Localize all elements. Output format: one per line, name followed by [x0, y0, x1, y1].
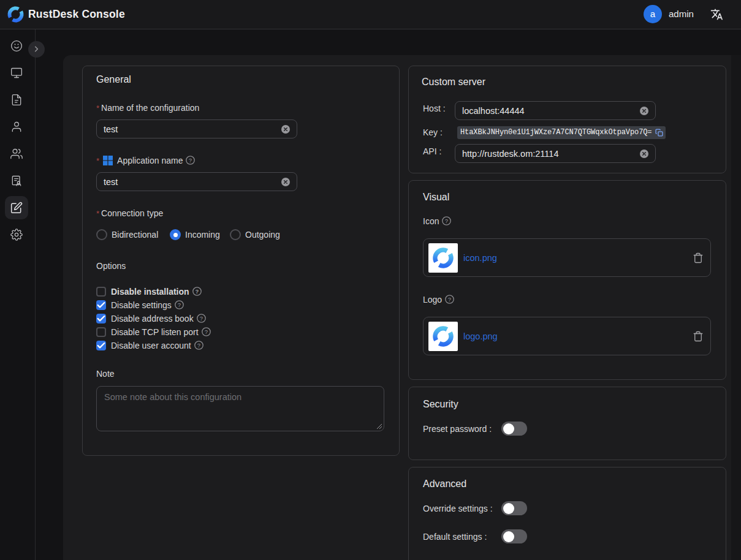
svg-text:?: ? — [178, 301, 181, 308]
svg-text:?: ? — [197, 342, 200, 349]
svg-text:?: ? — [195, 288, 199, 295]
svg-text:?: ? — [205, 328, 208, 335]
svg-text:?: ? — [189, 157, 192, 164]
svg-text:?: ? — [199, 315, 202, 322]
svg-text:?: ? — [445, 218, 448, 224]
svg-text:?: ? — [448, 296, 451, 303]
